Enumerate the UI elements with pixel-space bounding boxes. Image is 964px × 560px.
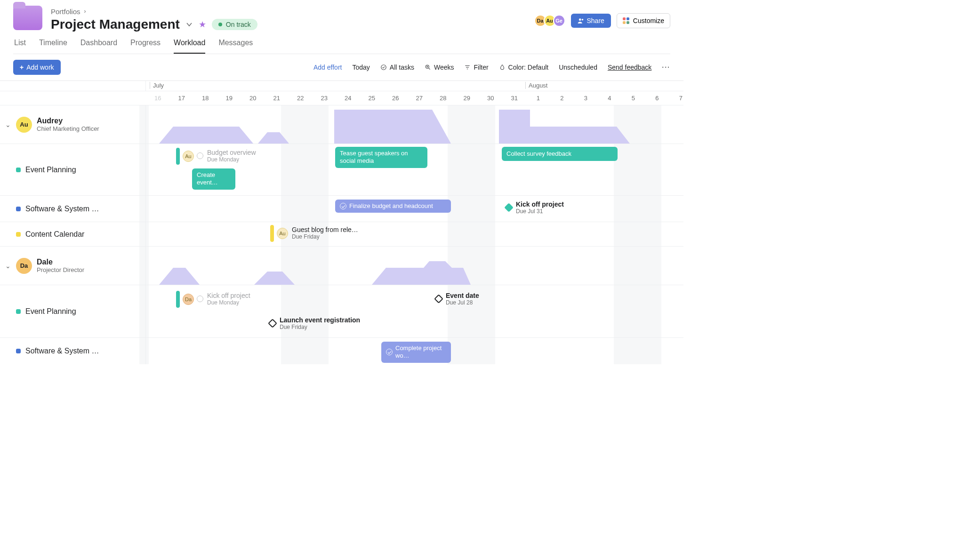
all-tasks-filter[interactable]: All tasks [380,64,414,71]
chevron-right-icon: › [84,8,86,15]
svg-point-0 [578,18,581,21]
tab-progress[interactable]: Progress [130,39,161,54]
task-card-collect-survey[interactable]: Collect survey feedback [502,147,618,161]
diamond-icon [268,319,277,328]
project-dot-icon [16,309,21,314]
task-title[interactable]: Budget overview [207,149,256,156]
day-cell: 22 [289,91,313,105]
today-button[interactable]: Today [352,64,370,71]
project-label[interactable]: Event Planning [25,166,76,174]
customize-button[interactable]: Customize [617,13,670,28]
header-left: Portfolios › Project Management ★ On tra… [13,6,257,32]
project-label[interactable]: Content Calendar [25,230,84,239]
breadcrumb-root[interactable]: Portfolios [51,8,80,16]
task-pill[interactable] [270,225,274,242]
watercolor-icon [499,64,506,71]
add-work-button[interactable]: + Add work [13,60,61,75]
favorite-star-icon[interactable]: ★ [199,19,206,30]
task-pill[interactable] [176,148,180,165]
project-dot-icon [16,232,21,237]
avatar-stack[interactable]: Da Au Ge [537,15,565,27]
task-card-tease-speakers[interactable]: Tease guest speakers on social media [335,147,427,168]
day-cell: 2 [550,91,574,105]
project-row-software-dale: Software & System … Complete project wo… [0,338,683,364]
day-cell: 7 [669,91,683,105]
diamond-icon [434,294,443,304]
avatar-audrey: Au [16,117,32,133]
month-july: July [150,82,164,89]
weeks-zoom[interactable]: Weeks [425,64,454,71]
task-card-create-event[interactable]: Create event… [192,168,235,190]
breadcrumb[interactable]: Portfolios › [51,8,86,16]
header: Portfolios › Project Management ★ On tra… [0,0,683,54]
day-cell: 4 [598,91,622,105]
color-button[interactable]: Color: Default [499,64,549,71]
unscheduled-button[interactable]: Unscheduled [559,64,597,71]
workload-chart-dale [146,246,683,285]
send-feedback-link[interactable]: Send feedback [608,64,651,71]
project-label[interactable]: Software & System … [25,205,99,213]
milestone-launch-registration[interactable]: Launch event registration Due Friday [269,316,360,330]
project-label[interactable]: Event Planning [25,307,76,316]
people-icon [578,17,584,24]
day-cell: 31 [503,91,527,105]
day-cell: 17 [170,91,194,105]
task-sub: Due Friday [292,233,358,240]
svg-point-2 [381,65,386,70]
task-card-finalize-budget[interactable]: Finalize budget and headcount [335,200,451,213]
toolbar: + Add work Add effort Today All tasks We… [0,54,683,81]
chevron-down-icon[interactable] [185,21,193,28]
more-icon[interactable]: ··· [662,64,670,71]
project-row-software-audrey: Software & System … Finalize budget and … [0,196,683,222]
person-row-dale: ⌄ Da Dale Projector Director [0,247,683,285]
avatar-au-mini: Au [183,151,194,162]
share-button[interactable]: Share [571,14,611,28]
task-title[interactable]: Guest blog from rele… [292,226,358,233]
status-label: On track [226,21,251,28]
svg-line-6 [429,68,430,70]
svg-point-1 [581,19,583,21]
milestone-kickoff[interactable]: Kick off project Due Jul 31 [506,200,564,215]
day-cell: 18 [193,91,217,105]
filter-icon [464,64,471,71]
check-icon [340,203,346,209]
check-icon [386,349,393,355]
page-title: Project Management [51,17,180,32]
collapse-caret[interactable]: ⌄ [5,121,11,128]
workload-chart-audrey [146,105,683,144]
avatar-ge[interactable]: Ge [553,15,565,27]
add-effort-link[interactable]: Add effort [313,64,342,71]
project-label[interactable]: Software & System … [25,347,99,355]
day-cell: 21 [265,91,289,105]
tab-messages[interactable]: Messages [218,39,253,54]
zoom-icon [425,64,431,71]
grid-icon [623,17,629,24]
task-pill[interactable] [176,291,180,308]
month-august: August [525,82,547,89]
day-cell: 19 [217,91,241,105]
day-cell: 16 [146,91,170,105]
tab-workload[interactable]: Workload [174,39,205,54]
tab-timeline[interactable]: Timeline [39,39,67,54]
collapse-caret[interactable]: ⌄ [5,262,11,270]
timeline: July August 1617181920212223242526272829… [0,81,683,364]
tab-list[interactable]: List [14,39,26,54]
tab-dashboard[interactable]: Dashboard [80,39,117,54]
project-row-event-planning-audrey: Event Planning Au Budget overview Due Mo… [0,144,683,196]
task-card-complete-project[interactable]: Complete project wo… [381,342,451,363]
milestone-event-date[interactable]: Event date Due Jul 28 [435,292,479,306]
day-cell: 27 [408,91,432,105]
check-circle-icon [380,64,387,71]
avatar-au-mini: Au [277,228,288,239]
status-dot-icon [218,23,222,26]
task-title[interactable]: Kick off project [207,292,250,299]
day-cell: 29 [455,91,479,105]
avatar-dale: Da [16,258,32,274]
diamond-icon [504,203,514,212]
month-row: July August [0,81,683,91]
day-cell: 26 [384,91,408,105]
status-badge[interactable]: On track [212,19,257,30]
project-row-content-calendar: Content Calendar Au Guest blog from rele… [0,222,683,247]
filter-button[interactable]: Filter [464,64,488,71]
day-row: 161718192021222324252627282930311234567 [0,91,683,105]
